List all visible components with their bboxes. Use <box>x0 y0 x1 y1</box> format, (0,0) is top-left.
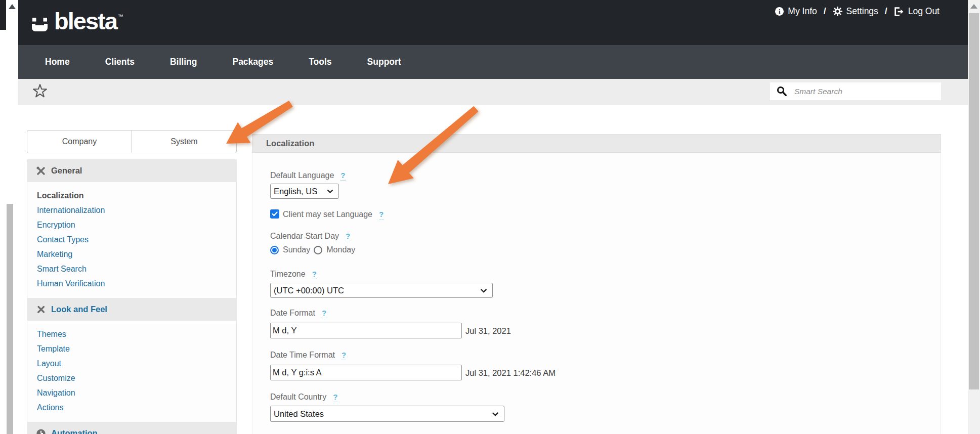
date-format-example: Jul 31, 2021 <box>465 326 511 336</box>
help-timezone[interactable]: ? <box>312 270 317 279</box>
date-format-label: Date Format? <box>270 309 326 318</box>
settings-link[interactable]: Settings <box>833 6 878 17</box>
clock-icon <box>36 428 46 434</box>
radio-sunday-label[interactable]: Sunday <box>283 245 310 254</box>
app-window: blesta ™ i My Info / <box>18 0 968 434</box>
date-format-input[interactable] <box>270 323 462 338</box>
default-language-select[interactable]: English, US <box>270 184 339 199</box>
sidebar-item-marketing[interactable]: Marketing <box>27 247 236 262</box>
left-scrollbar-thumb[interactable] <box>7 204 13 434</box>
sidebar-list-general: Localization Internationalization Encryp… <box>27 182 237 298</box>
calendar-start-day-label: Calendar Start Day? <box>270 232 350 241</box>
calendar-start-day-options: Sunday Monday <box>270 245 359 254</box>
tab-system[interactable]: System <box>132 131 236 153</box>
tab-company[interactable]: Company <box>27 131 132 153</box>
right-scrollbar[interactable] <box>968 0 980 434</box>
select-value: United States <box>274 409 324 419</box>
scroll-up-button[interactable] <box>968 0 980 12</box>
label-text: Date Format <box>270 309 315 317</box>
sidebar-item-human-verification[interactable]: Human Verification <box>27 276 236 291</box>
default-language-label: Default Language? <box>270 171 346 180</box>
blesta-logo[interactable]: blesta ™ <box>32 8 123 34</box>
label-text: Client may set Language <box>283 210 372 219</box>
nav-item-clients[interactable]: Clients <box>88 45 152 79</box>
section-title: Automation <box>51 428 98 434</box>
client-may-set-language-label[interactable]: Client may set Language? <box>283 210 384 219</box>
left-scroll-up-icon[interactable] <box>9 4 16 9</box>
nav-item-billing[interactable]: Billing <box>152 45 215 79</box>
sidebar-list-look-and-feel: Themes Template Layout Customize Navigat… <box>27 321 237 422</box>
screen: blesta ™ i My Info / <box>0 0 980 434</box>
client-may-set-language-checkbox[interactable] <box>270 209 279 219</box>
chevron-down-icon <box>480 288 487 293</box>
log-out-link[interactable]: Log Out <box>894 6 940 17</box>
sidebar-item-encryption[interactable]: Encryption <box>27 218 236 232</box>
date-time-format-input[interactable] <box>270 365 462 380</box>
main-nav: Home Clients Billing Packages Tools Supp… <box>18 45 968 79</box>
search-icon <box>777 86 787 97</box>
right-scrollbar-thumb[interactable] <box>969 13 979 389</box>
nav-item-home[interactable]: Home <box>27 45 88 79</box>
scroll-up-icon <box>970 4 977 9</box>
nav-item-tools[interactable]: Tools <box>291 45 349 79</box>
date-time-format-label: Date Time Format? <box>270 351 346 360</box>
sidebar-item-customize[interactable]: Customize <box>27 371 236 385</box>
help-date-format[interactable]: ? <box>322 309 326 318</box>
separator: / <box>822 6 828 17</box>
sidebar-item-actions[interactable]: Actions <box>27 400 236 415</box>
date-time-format-example: Jul 31, 2021 1:42:46 AM <box>465 368 556 378</box>
label-text: Date Time Format <box>270 351 335 359</box>
help-client-may-set-language[interactable]: ? <box>379 210 384 220</box>
help-default-language[interactable]: ? <box>340 171 345 181</box>
settings-label: Settings <box>846 6 878 17</box>
favorite-star-button[interactable] <box>32 83 49 101</box>
sidebar-item-layout[interactable]: Layout <box>27 356 236 371</box>
account-menu: i My Info / Settings <box>775 6 940 17</box>
label-text: Default Country <box>270 393 326 401</box>
radio-sunday[interactable] <box>270 246 279 254</box>
timezone-label: Timezone? <box>270 270 317 279</box>
radio-monday-label[interactable]: Monday <box>326 245 355 254</box>
sidebar-item-smart-search[interactable]: Smart Search <box>27 262 236 276</box>
toolbar <box>18 79 968 105</box>
log-out-icon <box>894 7 904 16</box>
settings-sidebar: General Localization Internationalizatio… <box>27 159 237 434</box>
search-input[interactable] <box>794 82 941 100</box>
help-calendar-start-day[interactable]: ? <box>346 232 350 241</box>
label-text: Timezone <box>270 270 306 278</box>
section-title: General <box>51 166 82 176</box>
sidebar-item-navigation[interactable]: Navigation <box>27 385 236 400</box>
help-date-time-format[interactable]: ? <box>342 351 346 360</box>
panel-title: Localization <box>252 134 941 153</box>
tools-icon <box>36 166 46 176</box>
help-default-country[interactable]: ? <box>333 393 337 402</box>
select-value: English, US <box>274 187 317 196</box>
settings-scope-tabs: Company System <box>27 130 237 153</box>
radio-monday[interactable] <box>314 246 322 254</box>
timezone-select[interactable]: (UTC +00:00) UTC <box>270 283 493 298</box>
logo-trademark: ™ <box>118 13 123 19</box>
sidebar-item-themes[interactable]: Themes <box>27 327 236 341</box>
sidebar-item-contact-types[interactable]: Contact Types <box>27 232 236 247</box>
gear-icon <box>833 7 842 16</box>
logo-text: blesta <box>54 8 117 34</box>
default-country-select[interactable]: United States <box>270 406 504 422</box>
sidebar-section-look-and-feel[interactable]: Look and Feel <box>27 298 237 321</box>
chevron-down-icon <box>492 412 499 416</box>
localization-panel: Localization Default Language? English, … <box>252 134 941 434</box>
panel-title-text: Localization <box>266 139 314 148</box>
my-info-label: My Info <box>788 6 817 17</box>
top-header-bar: blesta ™ i My Info / <box>18 0 968 45</box>
nav-item-support[interactable]: Support <box>350 45 419 79</box>
section-title: Look and Feel <box>51 305 107 314</box>
sidebar-section-automation[interactable]: Automation <box>27 422 237 434</box>
nav-item-packages[interactable]: Packages <box>215 45 291 79</box>
my-info-link[interactable]: i My Info <box>775 6 817 17</box>
label-text: Default Language <box>270 171 334 180</box>
sidebar-section-general[interactable]: General <box>27 159 237 182</box>
star-icon <box>32 83 48 99</box>
sidebar-item-internationalization[interactable]: Internationalization <box>27 203 236 218</box>
sidebar-item-localization[interactable]: Localization <box>27 188 236 203</box>
check-icon <box>272 211 278 216</box>
sidebar-item-template[interactable]: Template <box>27 341 236 356</box>
